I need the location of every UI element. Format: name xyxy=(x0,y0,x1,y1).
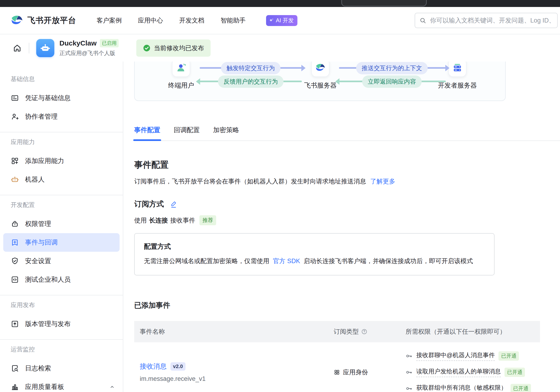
subscription-usage-line: 使用 长连接 接收事件 推荐 xyxy=(134,215,560,225)
sidebar-section-basic: 基础信息 凭证与基础信息 协作者管理 xyxy=(0,75,123,126)
permission-item: 读取用户发给机器人的单聊消息 已开通 xyxy=(406,367,540,377)
sidebar-item-add-capability[interactable]: 添加应用能力 xyxy=(3,152,120,170)
grid-plus-icon xyxy=(11,157,19,165)
key-icon xyxy=(406,385,413,392)
global-search[interactable] xyxy=(415,13,558,28)
sidebar-item-label: 添加应用能力 xyxy=(25,157,64,165)
sidebar-item-label: 版本管理与发布 xyxy=(25,320,70,328)
col-subscription-type: 订阅类型 xyxy=(334,327,406,336)
nav-item-cases[interactable]: 客户案例 xyxy=(97,16,122,25)
config-method-box: 配置方式 无需注册公网域名或配置加密策略，仅需使用 官方 SDK 启动长连接飞书… xyxy=(134,233,495,275)
nav-item-assistant[interactable]: 智能助手 xyxy=(220,16,246,25)
app-avatar-robot-icon xyxy=(36,39,54,57)
home-icon[interactable] xyxy=(12,43,22,53)
sidebar-section-monitoring: 运营监控 日志检索 xyxy=(0,339,123,392)
feishu-logo-icon xyxy=(11,15,23,26)
sidebar-item-log-search[interactable]: 日志检索 xyxy=(3,359,120,378)
tab-event-config[interactable]: 事件配置 xyxy=(134,126,160,134)
section-description: 订阅事件后，飞书开放平台将会在事件（如机器人入群）发生时向请求地址推送消息 了解… xyxy=(134,177,560,186)
publish-status-text: 当前修改均已发布 xyxy=(154,44,204,52)
search-input[interactable] xyxy=(430,17,553,24)
divider xyxy=(29,43,29,53)
granted-badge: 已开通 xyxy=(504,368,525,377)
diagram-node-dev-server: 开发者服务器 xyxy=(434,61,480,90)
official-sdk-link[interactable]: 官方 SDK xyxy=(273,258,300,264)
sidebar-item-events-callbacks[interactable]: 事件与回调 xyxy=(3,233,120,252)
sidebar-item-credentials[interactable]: 凭证与基础信息 xyxy=(3,89,120,107)
code-box-icon xyxy=(11,275,19,284)
version-badge: v2.0 xyxy=(170,362,186,371)
diagram-node-label: 飞书服务器 xyxy=(304,81,337,90)
feishu-logo-icon xyxy=(311,61,330,77)
sidebar-item-test-org[interactable]: 测试企业和人员 xyxy=(3,270,120,289)
user-plus-icon xyxy=(11,112,19,121)
table-row: 接收消息 v2.0 im.message.receive_v1 应用身份 xyxy=(134,342,540,392)
event-name-cell: 接收消息 v2.0 im.message.receive_v1 xyxy=(140,362,334,382)
doc-search-icon xyxy=(11,364,19,372)
sidebar-item-collaborators[interactable]: 协作者管理 xyxy=(3,107,120,126)
event-name-link[interactable]: 接收消息 xyxy=(140,362,167,371)
events-table: 事件名称 订阅类型 所需权限（开通以下任一权限即可） xyxy=(134,321,540,392)
search-icon xyxy=(419,17,426,24)
permission-label[interactable]: 接收群聊中@机器人消息事件 xyxy=(416,351,495,361)
sidebar-item-label: 协作者管理 xyxy=(25,112,58,121)
lock-icon xyxy=(11,220,19,228)
tab-callback-config[interactable]: 回调配置 xyxy=(174,126,200,134)
learn-more-link[interactable]: 了解更多 xyxy=(370,178,395,185)
sidebar-item-permissions[interactable]: 权限管理 xyxy=(3,215,120,233)
sidebar-item-label: 测试企业和人员 xyxy=(25,275,70,284)
long-connection-diagram: 回调 终端用户 xyxy=(134,61,506,101)
sidebar-item-label: 应用质量看板 xyxy=(25,382,64,391)
permission-label[interactable]: 获取群组中所有消息（敏感权限） xyxy=(416,384,507,392)
app-subtitle: 正式应用@飞书个人版 xyxy=(60,50,119,57)
nav-item-docs[interactable]: 开发文档 xyxy=(179,16,204,25)
server-icon xyxy=(448,61,466,77)
sidebar-item-quality-dashboard[interactable]: 应用质量看板 xyxy=(3,378,120,392)
config-tabs: 事件配置 回调配置 加密策略 xyxy=(134,126,560,141)
app-meta: DuckyClaw 已启用 正式应用@飞书个人版 xyxy=(60,39,119,57)
brand-name: 飞书开放平台 xyxy=(27,15,76,26)
recommend-badge: 推荐 xyxy=(200,215,216,225)
tab-encryption-policy[interactable]: 加密策略 xyxy=(213,126,239,134)
app-header-bar: DuckyClaw 已启用 正式应用@飞书个人版 当前修改均已发布 xyxy=(0,34,560,61)
sidebar-item-security[interactable]: 安全设置 xyxy=(3,252,120,270)
robot-icon xyxy=(11,175,19,184)
upload-box-icon xyxy=(11,320,19,328)
id-card-icon xyxy=(11,94,19,102)
sidebar-item-label: 日志检索 xyxy=(25,364,51,373)
section-heading: 应用能力 xyxy=(11,138,120,146)
nav-item-appcenter[interactable]: 应用中心 xyxy=(138,16,163,25)
brand[interactable]: 飞书开放平台 xyxy=(11,15,76,26)
top-navbar: 飞书开放平台 客户案例 应用中心 开发文档 智能助手 AI 开发 xyxy=(0,7,560,34)
diagram-node-label: 终端用户 xyxy=(168,81,194,90)
nav-menu: 客户案例 应用中心 开发文档 智能助手 AI 开发 xyxy=(97,15,297,26)
app-identity-grid-icon xyxy=(334,369,340,375)
check-circle-icon xyxy=(143,44,151,52)
subscription-method-title: 订阅方式 xyxy=(134,199,164,209)
diagram-node-end-user: 终端用户 xyxy=(158,61,204,90)
diagram-arrow-label: 推送交互行为的上下文 xyxy=(356,62,428,74)
permission-label[interactable]: 读取用户发给机器人的单聊消息 xyxy=(416,367,501,377)
question-circle-icon[interactable] xyxy=(361,328,368,335)
sidebar-item-label: 权限管理 xyxy=(25,220,51,228)
key-icon xyxy=(406,352,413,360)
ai-dev-badge[interactable]: AI 开发 xyxy=(266,15,297,26)
config-box-title: 配置方式 xyxy=(144,242,485,251)
edit-pencil-icon[interactable] xyxy=(170,200,177,208)
sparkle-icon xyxy=(269,18,274,23)
section-heading: 应用发布 xyxy=(11,301,120,309)
key-icon xyxy=(406,369,413,376)
granted-badge: 已开通 xyxy=(499,351,519,361)
event-code: im.message.receive_v1 xyxy=(140,375,334,382)
sidebar: 基础信息 凭证与基础信息 协作者管理 应 xyxy=(0,61,123,392)
permission-item: 获取群组中所有消息（敏感权限） 已开通 xyxy=(406,384,540,392)
publish-status-pill: 当前修改均已发布 xyxy=(136,40,210,57)
section-heading: 开发配置 xyxy=(11,201,120,209)
added-events-title: 已添加事件 xyxy=(134,301,560,310)
diagram-arrow-label: 立即返回响应内容 xyxy=(362,75,422,88)
table-header: 事件名称 订阅类型 所需权限（开通以下任一权限即可） xyxy=(134,321,540,342)
chevron-up-icon[interactable] xyxy=(109,384,115,390)
sidebar-section-capabilities: 应用能力 添加应用能力 xyxy=(0,132,123,189)
sidebar-item-bot[interactable]: 机器人 xyxy=(3,170,120,189)
sidebar-item-version-release[interactable]: 版本管理与发布 xyxy=(3,315,120,333)
